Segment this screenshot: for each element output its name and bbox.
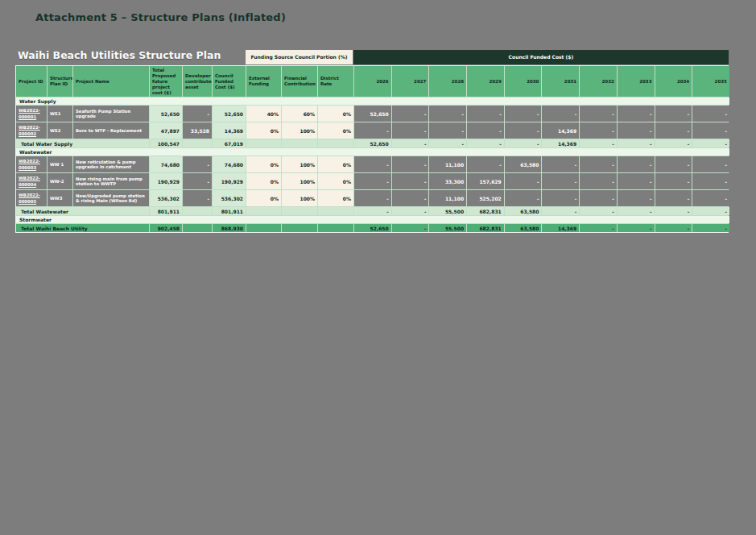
- year-cell: -: [618, 224, 655, 232]
- council-cost-cell: 536,302: [213, 190, 246, 206]
- district-rate-cell: [318, 207, 353, 215]
- column-header-3: Project Name: [73, 66, 149, 97]
- year-cell: -: [580, 122, 617, 139]
- project-id-cell[interactable]: WB2022- 000005: [16, 190, 47, 206]
- developer-asset-cell: -: [183, 190, 212, 206]
- total-label: Total Waihi Beach Utility: [16, 224, 149, 232]
- year-cell: -: [655, 106, 692, 122]
- year-cell: -: [692, 224, 729, 232]
- project-id-cell[interactable]: WB2022- 000002: [16, 122, 47, 139]
- section-row: Wastewater: [16, 148, 728, 156]
- year-cell: -: [467, 156, 504, 172]
- financial-contribution-cell: [282, 207, 317, 215]
- external-funding-cell: [246, 224, 281, 232]
- district-rate-cell: 0%: [318, 122, 353, 139]
- year-cell: -: [505, 139, 542, 147]
- year-cell: 682,831: [467, 224, 504, 232]
- year-cell: -: [542, 190, 579, 206]
- year-cell: 55,500: [429, 207, 466, 215]
- column-header-2: Structure Plan ID: [48, 66, 72, 97]
- year-cell: -: [655, 139, 692, 147]
- year-cell: -: [354, 156, 391, 172]
- year-cell: -: [618, 139, 655, 147]
- year-cell: -: [467, 122, 504, 139]
- year-cell: -: [580, 173, 617, 189]
- year-cell: -: [392, 173, 429, 189]
- plan-id-cell: WW-2: [48, 173, 72, 189]
- year-cell: -: [505, 173, 542, 189]
- developer-asset-cell: -: [183, 173, 212, 189]
- financial-contribution-cell: 100%: [282, 190, 317, 206]
- year-column-header: 2028: [429, 66, 466, 97]
- district-rate-cell: 0%: [318, 156, 353, 172]
- council-funded-band-header: Council Funded Cost ($): [353, 50, 729, 64]
- section-row: Water Supply: [16, 97, 728, 105]
- year-cell: 157,629: [467, 173, 504, 189]
- year-cell: -: [580, 224, 617, 232]
- project-name-cell: Bore to WTP - Replacement: [73, 122, 149, 139]
- project-name-cell: New/Upgraded pump station & rising Main …: [73, 190, 149, 206]
- plan-id-cell: WS2: [48, 122, 72, 139]
- column-header-1: Project ID: [16, 66, 47, 97]
- external-funding-cell: 0%: [246, 156, 281, 172]
- council-cost-cell: 190,929: [213, 173, 246, 189]
- year-cell: 52,650: [354, 106, 391, 122]
- grand-total-row: Total Waihi Beach Utility902,458868,9305…: [16, 224, 728, 232]
- year-cell: -: [655, 122, 692, 139]
- year-cell: -: [392, 190, 429, 206]
- year-cell: -: [692, 207, 729, 215]
- year-column-header: 2030: [505, 66, 542, 97]
- year-cell: 525,202: [467, 190, 504, 206]
- table-row: WB2022- 000004WW-2New rising main from p…: [16, 173, 728, 189]
- year-column-header: 2027: [392, 66, 429, 97]
- developer-asset-cell: -: [183, 106, 212, 122]
- year-cell: -: [505, 106, 542, 122]
- year-cell: -: [618, 190, 655, 206]
- project-name-cell: New reticulation & pump upgrades in catc…: [73, 156, 149, 172]
- year-cell: 14,369: [542, 122, 579, 139]
- developer-asset-cell: [183, 224, 212, 232]
- year-cell: -: [655, 224, 692, 232]
- developer-asset-cell: -: [183, 156, 212, 172]
- total-cost-cell: 902,458: [150, 224, 182, 232]
- year-cell: -: [692, 156, 729, 172]
- project-name-cell: Seaforth Pump Station upgrade: [73, 106, 149, 122]
- table-row: WB2022- 000001WS1Seaforth Pump Station u…: [16, 106, 728, 122]
- column-header-9: District Rate: [318, 66, 353, 97]
- funding-source-band-header: Funding Source Council Portion (%): [246, 50, 353, 64]
- year-cell: -: [505, 190, 542, 206]
- plan-id-cell: WS1: [48, 106, 72, 122]
- year-cell: -: [505, 122, 542, 139]
- council-cost-cell: 74,680: [213, 156, 246, 172]
- year-cell: -: [618, 106, 655, 122]
- total-cost-cell: 190,929: [150, 173, 182, 189]
- year-column-header: 2034: [655, 66, 692, 97]
- year-cell: -: [542, 207, 579, 215]
- year-column-header: 2035: [692, 66, 729, 97]
- project-id-cell[interactable]: WB2022- 000001: [16, 106, 47, 122]
- year-cell: -: [618, 156, 655, 172]
- plan-id-cell: WW 1: [48, 156, 72, 172]
- column-header-4: Total Proposed future project cost ($): [150, 66, 182, 97]
- project-id-cell[interactable]: WB2022- 000004: [16, 173, 47, 189]
- year-column-header: 2029: [467, 66, 504, 97]
- year-cell: -: [692, 139, 729, 147]
- year-column-header: 2033: [618, 66, 655, 97]
- project-id-cell[interactable]: WB2022- 000003: [16, 156, 47, 172]
- year-cell: -: [392, 139, 429, 147]
- year-cell: -: [392, 224, 429, 232]
- year-cell: 11,100: [429, 156, 466, 172]
- external-funding-cell: 0%: [246, 190, 281, 206]
- year-cell: -: [467, 106, 504, 122]
- column-header-6: Council Funded Cost ($): [213, 66, 246, 97]
- year-cell: -: [618, 122, 655, 139]
- year-cell: -: [655, 173, 692, 189]
- developer-asset-cell: 33,528: [183, 122, 212, 139]
- year-cell: -: [354, 122, 391, 139]
- total-cost-cell: 801,911: [150, 207, 182, 215]
- year-cell: -: [392, 207, 429, 215]
- financial-contribution-cell: 60%: [282, 106, 317, 122]
- year-column-header: 2031: [542, 66, 579, 97]
- year-cell: -: [580, 207, 617, 215]
- project-name-cell: New rising main from pump station to WWT…: [73, 173, 149, 189]
